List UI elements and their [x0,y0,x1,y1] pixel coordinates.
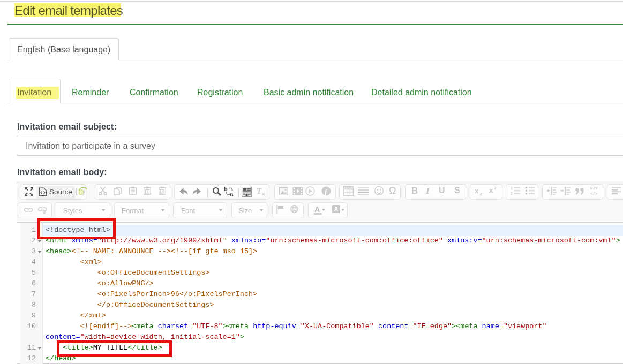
svg-text:W: W [161,190,164,194]
svg-text:2: 2 [494,186,497,191]
svg-text:2: 2 [480,192,483,196]
svg-text:1: 1 [511,186,513,190]
svg-text:</>: </> [590,192,598,196]
svg-text:x: x [475,187,479,195]
svg-text:b: b [224,186,228,192]
svg-text:2: 2 [511,192,513,195]
svg-text:x: x [489,186,493,194]
svg-text:a: a [230,191,234,196]
svg-text:DIV: DIV [590,186,598,191]
svg-text:T: T [257,187,262,195]
svg-text:T: T [146,189,149,194]
